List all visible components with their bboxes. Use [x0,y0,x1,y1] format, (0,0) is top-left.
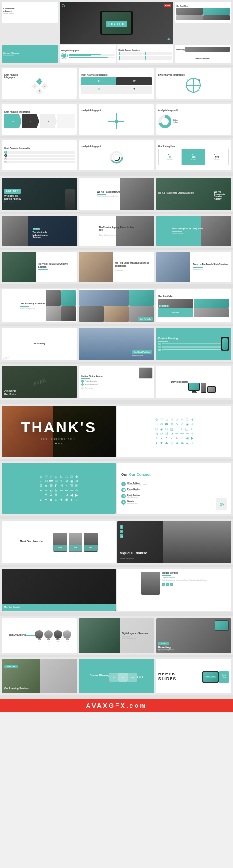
slide-digitec-digital: Digitec Digital Agency ✓ Feature descrip… [79,366,154,398]
icon-40: ▶ [190,437,194,440]
slide-content-planning: Content Planning Your subtitle here [2,45,58,63]
teal-icon-21: ⊣ [59,484,63,488]
teal-icon-42: ▼ [44,498,48,502]
slide-title: Content Planning [90,674,109,677]
slide-title: Our Pricing Plan [158,145,229,148]
icon-27: ⊴ [164,432,169,436]
teal-icon-32: ⊹ [75,489,79,492]
slide-help-build: We Help Build Impactful Business Experie… [79,252,154,282]
slide-title: Analysis Infographic [81,145,151,148]
slide-branding-sm: Branding [175,45,231,54]
slide-portfolio-mosaic: Our Portfolio [79,289,154,322]
break-title: BREAK SLIDES [158,672,192,681]
slide-title: The Vision Is Make A Creative Solution [38,263,75,269]
slide-text: Subtitle text here [172,233,215,235]
slide-swot1: Swot AnalysisInfographic S W O T [2,68,77,99]
slide-title: e Passionaten Agency [3,7,57,12]
feature-2: Another feature here [85,384,98,385]
founder-name: Miguel Monroe [162,572,208,574]
slide-creative-ny: The Creative Agency Based In New York Ag… [79,216,154,246]
icon-41: ▲ [154,441,158,445]
icon-46: ◉ [180,441,184,445]
feature-3: Third feature [85,387,93,389]
best-portfolio-badge: Our Best Portfolio [132,350,151,354]
teal-icon-5: ▷ [59,475,63,478]
slide-title: Our Portfolio [158,295,229,297]
icon-11: ☎ [164,423,169,426]
teal-icon-45: ◈ [59,498,63,502]
section-vision-row: The Vision Is Make A Creative Solution W… [0,250,233,284]
teal-icon-39: ◀ [69,493,74,497]
slide-text: Agency description text here [99,234,134,236]
teal-icon-34: ⊻ [44,493,48,497]
teal-icon-43: ◆ [49,498,53,502]
slide-title: Swot Analysis Infographic [4,147,75,149]
icon-32: ⊹ [190,432,194,436]
slide-text: Your subtitle here [3,54,57,56]
break-caption: BreakSlide [222,675,226,678]
social-icon-1[interactable]: f [120,525,123,529]
teal-icon-4: ◇ [54,475,58,478]
contact-phone: ☎ Phone Number +1 234 567 8900 [121,488,227,492]
slide-title: Analysis Infographic [61,49,115,52]
icon-21: ⊣ [175,427,179,431]
icon-15: ◉ [185,423,189,426]
slide-swot2: Swot Analysis Infographic S W O T [79,68,154,99]
icon-19: ⊟ [164,427,169,431]
slide-new-thoughts: New Thoughts For Every Trade Subtitle te… [156,216,231,246]
slide-text: Service description text [122,637,152,639]
teal-icon-7: □ [69,475,74,478]
social-ln[interactable]: in [170,583,173,586]
teal-icon-48: ○ [75,498,79,502]
teal-icon-37: ⊾ [59,493,63,497]
icon-47: ● [185,441,189,445]
section-swot-row1: Swot AnalysisInfographic S W O T Sw [0,67,233,101]
miguel-name: Miguel O. Monroe [120,552,147,555]
page-wrapper: e Passionaten Agency Creative Agency DIG… [0,0,233,712]
thanks-title: THANK'S [21,419,96,436]
teal-icon-12: ⊞ [54,479,58,483]
teal-icon-22: ⊦ [64,484,69,488]
icon-37: ⊾ [175,437,179,440]
contact-office: ⌂ Office Address 123 Street Name, City, … [121,482,227,486]
slide-mission: DIGITEC The Mission IsMake A CreativeSol… [2,216,77,246]
founder-role: Creative Director [162,577,208,579]
slide-subtitle: Your subtitle here [132,355,151,357]
section-1: e Passionaten Agency Creative Agency DIG… [0,0,233,65]
slide-best-portfolio: Our Best Portfolio Your subtitle here [79,328,154,360]
teal-icon-1: ⊙ [39,475,43,478]
slide-swot5: Swot Analysis Infographic S W O [2,140,77,170]
slide-title: The Mission IsMake A CreativeSolution [33,231,75,240]
icon-10: ✉ [159,423,164,426]
social-tw[interactable]: t [166,583,169,586]
view-more[interactable]: View More [172,312,179,314]
section-pricing-row: Swot Analysis Infographic S W O [0,138,233,172]
icon-42: ▼ [159,441,164,445]
icon-13: ✎ [175,423,179,426]
section-analysis-row2: Swot Analysis Infographic S W O T Analys… [0,102,233,136]
social-icon-2[interactable]: t [120,530,123,533]
teal-icon-31: ⊸ [69,489,74,492]
slide-title: Our Gallery [33,342,45,345]
teal-icon-28: ⊵ [54,489,58,492]
icon-2: ♡ [159,418,164,422]
break-logo: DIGITEC [205,676,215,678]
teal-icon-47: ● [69,498,74,502]
teal-icon-29: ⊶ [59,489,63,492]
slide-title: Analysis Infographic [81,109,151,112]
social-icon-3[interactable]: in [120,534,123,538]
icon-5: ▷ [175,418,179,422]
slide-portfolio-top: Our Portfolio [175,2,231,23]
section-team-services: Team Of Experts Name Title Name Title [0,616,233,655]
slide-miguel: Miguel O. Monroe Creative Director f t i… [117,521,231,563]
social-fb[interactable]: f [162,583,165,586]
section-dark-people: Meet Our Founder Miguel Monroe Creative … [0,567,233,612]
slide-creative-agency: We Are Passionate Creative Agency We Are… [156,178,231,210]
slide-title: Branding [176,48,185,51]
icon-6: △ [180,418,184,422]
slide-title: Swot AnalysisInfographic [4,74,75,79]
icon-1: ⊙ [154,418,158,422]
teal-icon-40: ▶ [75,493,79,497]
teal-icon-15: ◉ [69,479,74,483]
slide-title: Meet Our Founder [196,58,210,60]
